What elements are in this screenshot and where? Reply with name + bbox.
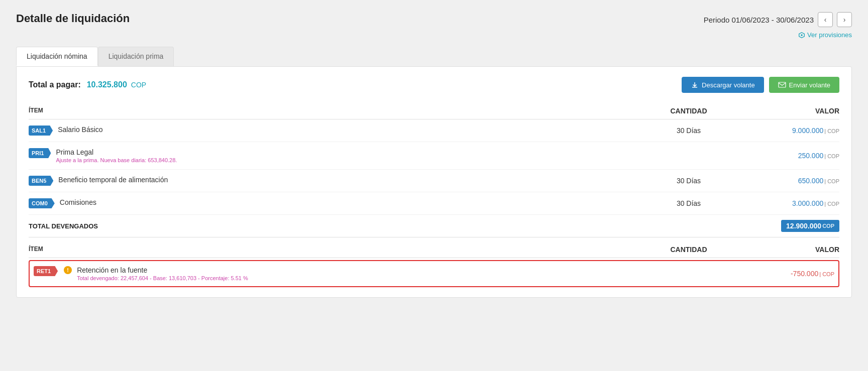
table-row: PRI1 Prima Legal Ajuste a la prima. Nuev… <box>29 142 839 170</box>
item-info-com0: Comisiones <box>60 198 96 206</box>
next-period-button[interactable]: › <box>837 12 852 27</box>
header-item-ded: ÍTEM <box>29 245 638 254</box>
svg-rect-1 <box>779 82 786 87</box>
badge-sal1: SAL1 <box>29 126 53 136</box>
tab-nomina[interactable]: Liquidación nómina <box>16 47 98 66</box>
item-info-ben5: Beneficio temporal de alimentación <box>58 176 168 184</box>
page-title: Detalle de liquidación <box>16 12 130 25</box>
tab-prima[interactable]: Liquidación prima <box>98 47 174 66</box>
prev-period-button[interactable]: ‹ <box>818 12 833 27</box>
main-card: Total a pagar: 10.325.800 COP Descargar … <box>16 66 852 298</box>
table-row: BEN5 Beneficio temporal de alimentación … <box>29 170 839 192</box>
devengados-header: ÍTEM CANTIDAD VALOR <box>29 103 839 119</box>
warning-icon: ! <box>64 266 72 274</box>
header-row: Detalle de liquidación Periodo 01/06/202… <box>16 12 852 27</box>
item-cell-sal1: SAL1 Salario Básico <box>29 126 638 136</box>
send-icon <box>778 81 786 89</box>
badge-ben5: BEN5 <box>29 176 53 186</box>
cantidad-sal1: 30 Días <box>638 127 739 135</box>
item-cell-ret1: RET1 ! Retención en la fuente Total deve… <box>34 266 633 281</box>
item-info-pri1: Prima Legal Ajuste a la prima. Nueva bas… <box>56 148 177 163</box>
valor-com0: 3.000.000| COP <box>739 199 839 207</box>
total-row: Total a pagar: 10.325.800 COP Descargar … <box>29 77 839 93</box>
table-row: SAL1 Salario Básico 30 Días 9.000.000| C… <box>29 119 839 142</box>
header-item: ÍTEM <box>29 107 638 115</box>
action-buttons: Descargar volante Enviar volante <box>682 77 839 93</box>
valor-sal1: 9.000.000| COP <box>739 127 839 135</box>
badge-com0: COM0 <box>29 198 55 208</box>
valor-ret1: -750.000| COP <box>734 270 834 278</box>
tabs-row: Liquidación nómina Liquidación prima <box>16 47 852 66</box>
total-devengados-value: 12.900.000 COP <box>781 220 839 232</box>
item-cell-com0: COM0 Comisiones <box>29 198 638 208</box>
item-cell-pri1: PRI1 Prima Legal Ajuste a la prima. Nuev… <box>29 148 638 163</box>
download-icon <box>691 81 699 89</box>
valor-pri1: 250.000| COP <box>739 152 839 160</box>
total-currency: COP <box>131 81 146 89</box>
table-row: RET1 ! Retención en la fuente Total deve… <box>30 261 838 286</box>
deducciones-section: ÍTEM CANTIDAD VALOR RET1 ! Retención en … <box>29 241 839 287</box>
highlighted-deduccion-row: RET1 ! Retención en la fuente Total deve… <box>29 260 839 287</box>
cantidad-ben5: 30 Días <box>638 177 739 185</box>
header-valor: VALOR <box>739 107 839 115</box>
page-container: Detalle de liquidación Periodo 01/06/202… <box>0 0 868 371</box>
badge-ret1: RET1 <box>34 266 58 276</box>
download-volante-button[interactable]: Descargar volante <box>682 77 764 93</box>
period-text: Periodo 01/06/2023 - 30/06/2023 <box>704 16 814 24</box>
deducciones-header: ÍTEM CANTIDAD VALOR <box>29 241 839 258</box>
item-info-ret1: Retención en la fuente Total devengado: … <box>77 266 248 281</box>
total-label: Total a pagar: <box>29 80 81 89</box>
header-valor-ded: VALOR <box>739 245 839 254</box>
total-amount: 10.325.800 <box>87 80 127 89</box>
table-row: COM0 Comisiones 30 Días 3.000.000| COP <box>29 192 839 215</box>
provisions-link[interactable]: Ver provisiones <box>16 31 852 39</box>
svg-point-0 <box>801 34 803 36</box>
badge-pri1: PRI1 <box>29 148 51 158</box>
item-info-sal1: Salario Básico <box>58 126 103 134</box>
send-volante-button[interactable]: Enviar volante <box>769 77 839 93</box>
devengados-section: ÍTEM CANTIDAD VALOR SAL1 Salario Básico … <box>29 103 839 237</box>
total-devengados-row: TOTAL DEVENGADOS 12.900.000 COP <box>29 215 839 237</box>
total-devengados-value-wrapper: 12.900.000 COP <box>739 220 839 232</box>
item-cell-ben5: BEN5 Beneficio temporal de alimentación <box>29 176 638 186</box>
cantidad-com0: 30 Días <box>638 199 739 207</box>
period-nav: Periodo 01/06/2023 - 30/06/2023 ‹ › <box>704 12 852 27</box>
valor-ben5: 650.000| COP <box>739 177 839 185</box>
provisions-icon <box>798 32 805 39</box>
total-devengados-label: TOTAL DEVENGADOS <box>29 222 638 230</box>
header-cantidad: CANTIDAD <box>638 107 739 115</box>
header-cantidad-ded: CANTIDAD <box>638 245 739 254</box>
